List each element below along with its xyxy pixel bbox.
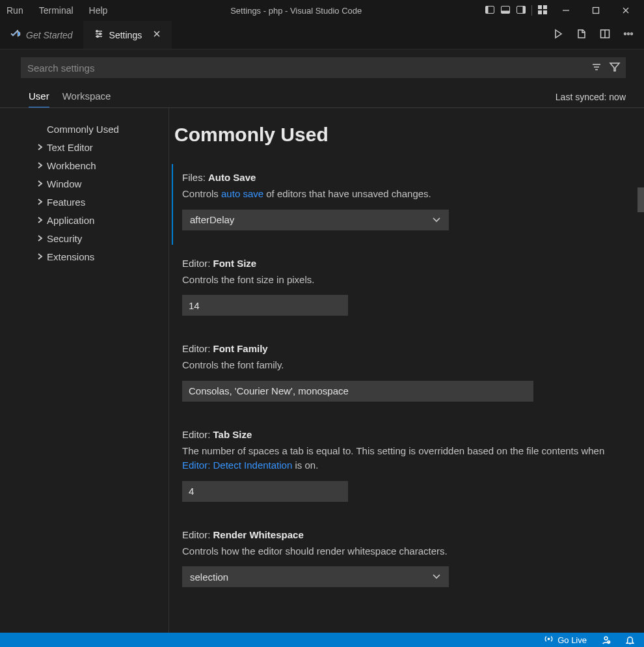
menu-terminal[interactable]: Terminal — [39, 5, 74, 16]
tab-get-started[interactable]: Get Started — [0, 21, 83, 49]
title-bar: Run Terminal Help Settings - php - Visua… — [0, 0, 644, 21]
font-size-field[interactable] — [189, 300, 342, 311]
setting-editor-render-whitespace: Editor: Render Whitespace Controls how t… — [172, 521, 623, 602]
window-title: Settings - php - Visual Studio Code — [114, 6, 478, 16]
tab-label: Get Started — [26, 30, 73, 40]
font-family-input[interactable] — [182, 381, 533, 402]
scope-row: User Workspace Last synced: now — [0, 82, 644, 108]
layout-right-icon[interactable] — [516, 5, 526, 17]
scope-user[interactable]: User — [29, 90, 49, 107]
toc-application[interactable]: Application — [18, 211, 163, 229]
toc-commonly-used[interactable]: Commonly Used — [18, 120, 163, 138]
menu-run[interactable]: Run — [7, 5, 23, 16]
layout-left-icon[interactable] — [485, 5, 495, 17]
go-live-button[interactable]: Go Live — [544, 634, 587, 646]
link-auto-save[interactable]: auto save — [221, 188, 263, 199]
tab-size-input[interactable] — [182, 481, 348, 502]
close-tab-icon[interactable] — [152, 29, 161, 40]
chevron-right-icon — [35, 143, 44, 152]
chevron-right-icon — [35, 161, 44, 170]
svg-rect-1 — [486, 6, 489, 13]
chevron-down-icon — [431, 570, 442, 584]
svg-rect-11 — [593, 8, 599, 14]
tab-settings[interactable]: Settings — [83, 21, 172, 49]
setting-description: The number of spaces a tab is equal to. … — [182, 444, 617, 473]
svg-marker-22 — [556, 30, 561, 38]
svg-rect-7 — [544, 5, 547, 8]
svg-point-17 — [96, 31, 98, 33]
settings-list: Commonly Used Files: Auto Save Controls … — [169, 108, 644, 633]
toc-workbench[interactable]: Workbench — [18, 156, 163, 174]
svg-point-25 — [624, 33, 626, 35]
vscode-icon — [10, 29, 21, 41]
scope-workspace[interactable]: Workspace — [62, 90, 111, 107]
close-window-button[interactable] — [614, 7, 637, 14]
svg-marker-31 — [610, 63, 619, 71]
setting-category: Editor: — [182, 343, 213, 354]
more-actions-icon[interactable] — [623, 29, 634, 41]
svg-point-27 — [631, 33, 633, 35]
svg-rect-3 — [502, 10, 510, 13]
svg-point-32 — [548, 638, 550, 640]
toc-extensions[interactable]: Extensions — [18, 247, 163, 266]
scrollbar-thumb[interactable] — [637, 187, 644, 212]
search-input[interactable] — [27, 62, 591, 74]
settings-list-icon — [94, 29, 104, 41]
status-bar: Go Live — [0, 633, 644, 647]
menu-help[interactable]: Help — [89, 5, 108, 16]
svg-rect-8 — [539, 10, 542, 14]
sync-status[interactable]: Last synced: now — [556, 92, 626, 107]
toc-window[interactable]: Window — [18, 174, 163, 193]
chevron-right-icon — [35, 215, 44, 225]
setting-editor-tab-size: Editor: Tab Size The number of spaces a … — [172, 421, 623, 516]
setting-editor-font-family: Editor: Font Family Controls the font fa… — [172, 335, 623, 416]
broadcast-icon — [544, 634, 554, 646]
search-container — [0, 49, 644, 82]
auto-save-select[interactable]: afterDelay — [182, 210, 449, 230]
svg-point-18 — [99, 33, 101, 35]
minimize-button[interactable] — [554, 7, 578, 14]
svg-rect-5 — [523, 6, 526, 13]
customize-layout-icon[interactable] — [537, 5, 548, 17]
toc-security[interactable]: Security — [18, 229, 163, 247]
notifications-icon[interactable] — [625, 635, 635, 645]
setting-category: Editor: — [182, 258, 213, 269]
toc-text-editor[interactable]: Text Editor — [18, 138, 163, 156]
setting-name: Render Whitespace — [213, 529, 304, 540]
link-detect-indentation[interactable]: Editor: Detect Indentation — [182, 460, 292, 471]
chevron-right-icon — [35, 197, 44, 206]
setting-description: Controls auto save of editors that have … — [182, 187, 617, 202]
settings-search[interactable] — [21, 57, 626, 78]
section-heading: Commonly Used — [174, 124, 623, 146]
svg-point-19 — [96, 36, 98, 38]
select-value: afterDelay — [190, 214, 234, 225]
render-whitespace-select[interactable]: selection — [182, 566, 449, 587]
setting-category: Editor: — [182, 529, 213, 540]
account-status-icon[interactable] — [601, 635, 611, 645]
filter-icon[interactable] — [609, 61, 621, 75]
split-editor-icon[interactable] — [600, 29, 610, 41]
menu-bar: Run Terminal Help — [7, 5, 107, 16]
chevron-right-icon — [35, 252, 44, 261]
svg-rect-6 — [539, 5, 542, 8]
editor-tab-strip: Get Started Settings — [0, 21, 644, 49]
layout-bottom-icon[interactable] — [500, 5, 511, 17]
editor-actions — [553, 21, 644, 49]
title-right — [485, 5, 637, 17]
clear-search-icon[interactable] — [591, 61, 602, 75]
maximize-button[interactable] — [584, 7, 608, 14]
toc-features[interactable]: Features — [18, 193, 163, 211]
open-settings-json-icon[interactable] — [576, 29, 587, 41]
tab-size-field[interactable] — [189, 486, 342, 497]
chevron-right-icon — [35, 179, 44, 188]
setting-name: Font Size — [213, 258, 257, 269]
settings-editor: User Workspace Last synced: now Commonly… — [0, 49, 644, 633]
run-icon[interactable] — [553, 29, 563, 41]
setting-description: Controls the font size in pixels. — [182, 273, 617, 288]
setting-files-auto-save: Files: Auto Save Controls auto save of e… — [172, 164, 623, 245]
setting-description: Controls how the editor should render wh… — [182, 544, 617, 559]
select-value: selection — [190, 571, 228, 583]
divider — [531, 5, 532, 16]
font-size-input[interactable] — [182, 295, 348, 316]
font-family-field[interactable] — [189, 385, 527, 396]
